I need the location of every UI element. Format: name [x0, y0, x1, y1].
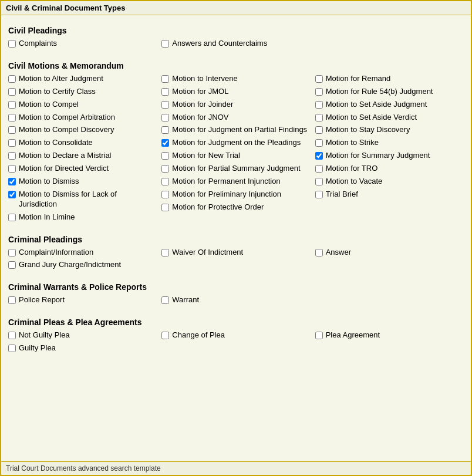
checkbox-motion-certify-class[interactable] — [8, 88, 16, 96]
label-motion-dismiss[interactable]: Motion to Dismiss — [19, 177, 79, 187]
checkbox-motion-consolidate[interactable] — [8, 139, 16, 147]
checkbox-answer-criminal[interactable] — [315, 249, 323, 256]
label-change-of-plea[interactable]: Change of Plea — [172, 330, 225, 340]
label-motion-declare-mistrial[interactable]: Motion to Declare a Mistrial — [19, 151, 112, 161]
label-motion-new-trial[interactable]: Motion for New Trial — [172, 151, 240, 161]
label-motion-compel[interactable]: Motion to Compel — [19, 100, 79, 110]
label-motion-set-aside-judgment[interactable]: Motion to Set Aside Judgment — [326, 100, 427, 110]
checkbox-motion-set-aside-judgment[interactable] — [315, 101, 323, 109]
checkbox-motion-dismiss-lack-jurisdiction[interactable] — [8, 191, 16, 198]
label-motion-vacate[interactable]: Motion to Vacate — [326, 177, 383, 187]
checkbox-motion-jnov[interactable] — [161, 114, 169, 121]
label-motion-jnov[interactable]: Motion for JNOV — [172, 113, 228, 123]
label-grand-jury-charge-indictment[interactable]: Grand Jury Charge/Indictment — [19, 260, 121, 270]
label-motion-alter-judgment[interactable]: Motion to Alter Judgment — [19, 74, 103, 84]
checkbox-motion-remand[interactable] — [315, 75, 323, 83]
label-motion-tro[interactable]: Motion for TRO — [326, 164, 378, 174]
label-waiver-of-indictment[interactable]: Waiver Of Indictment — [172, 248, 243, 258]
label-motion-certify-class[interactable]: Motion to Certify Class — [19, 87, 96, 97]
label-motion-summary-judgment[interactable]: Motion for Summary Judgment — [326, 151, 430, 161]
checkbox-motion-directed-verdict[interactable] — [8, 165, 16, 173]
checkbox-motion-jmol[interactable] — [161, 88, 169, 96]
checkbox-item-motion-intervene: Motion to Intervene — [161, 74, 310, 84]
label-motion-jmol[interactable]: Motion for JMOL — [172, 87, 228, 97]
checkbox-change-of-plea[interactable] — [161, 332, 169, 339]
col-criminal-warrants-1: Warrant — [161, 295, 315, 308]
checkbox-motion-strike[interactable] — [315, 139, 323, 147]
checkbox-motion-summary-judgment[interactable] — [315, 152, 323, 160]
label-complaint-information[interactable]: Complaint/Information — [19, 248, 93, 258]
label-motion-strike[interactable]: Motion to Strike — [326, 138, 379, 148]
label-motion-compel-arbitration[interactable]: Motion to Compel Arbitration — [19, 113, 115, 123]
section-criminal-pleadings: Criminal PleadingsComplaint/InformationG… — [8, 235, 464, 274]
checkbox-guilty-plea[interactable] — [8, 345, 16, 352]
checkbox-answers-counterclaims[interactable] — [161, 40, 169, 48]
checkbox-motion-dismiss[interactable] — [8, 178, 16, 185]
checkbox-motion-vacate[interactable] — [315, 178, 323, 185]
checkbox-grand-jury-charge-indictment[interactable] — [8, 261, 16, 269]
checkbox-plea-agreement[interactable] — [315, 332, 323, 339]
label-motion-preliminary-injunction[interactable]: Motion for Preliminary Injunction — [172, 190, 281, 200]
checkbox-police-report[interactable] — [8, 296, 16, 304]
checkbox-motion-permanent-injunction[interactable] — [161, 178, 169, 185]
checkbox-motion-judgment-partial-findings[interactable] — [161, 126, 169, 134]
checkbox-motion-protective-order[interactable] — [161, 204, 169, 211]
checkbox-waiver-of-indictment[interactable] — [161, 249, 169, 256]
checkbox-motion-alter-judgment[interactable] — [8, 75, 16, 83]
checkbox-warrant[interactable] — [161, 296, 169, 304]
checkbox-motion-partial-summary-judgment[interactable] — [161, 165, 169, 173]
col-criminal-pleadings-1: Waiver Of Indictment — [161, 248, 315, 274]
label-motion-compel-discovery[interactable]: Motion to Compel Discovery — [19, 125, 114, 135]
checkbox-complaints[interactable] — [8, 40, 16, 48]
checkbox-motion-new-trial[interactable] — [161, 152, 169, 160]
checkbox-motion-rule-54b-judgment[interactable] — [315, 88, 323, 96]
label-motion-permanent-injunction[interactable]: Motion for Permanent Injunction — [172, 177, 280, 187]
label-complaints[interactable]: Complaints — [19, 39, 57, 49]
label-motion-consolidate[interactable]: Motion to Consolidate — [19, 138, 93, 148]
label-motion-in-limine[interactable]: Motion In Limine — [19, 212, 75, 222]
checkbox-not-guilty-plea[interactable] — [8, 332, 16, 339]
checkbox-motion-set-aside-verdict[interactable] — [315, 114, 323, 121]
checkbox-motion-compel-discovery[interactable] — [8, 126, 16, 134]
col-criminal-pleas-2: Plea Agreement — [315, 330, 464, 356]
label-guilty-plea[interactable]: Guilty Plea — [19, 343, 56, 353]
checkbox-trial-brief[interactable] — [315, 191, 323, 198]
label-trial-brief[interactable]: Trial Brief — [326, 190, 358, 200]
label-motion-protective-order[interactable]: Motion for Protective Order — [172, 202, 264, 212]
label-answers-counterclaims[interactable]: Answers and Counterclaims — [172, 39, 267, 49]
label-police-report[interactable]: Police Report — [19, 295, 65, 305]
checkbox-motion-compel[interactable] — [8, 101, 16, 109]
label-motion-partial-summary-judgment[interactable]: Motion for Partial Summary Judgment — [172, 164, 300, 174]
label-motion-judgment-partial-findings[interactable]: Motion for Judgment on Partial Findings — [172, 125, 307, 135]
checkbox-item-motion-declare-mistrial: Motion to Declare a Mistrial — [8, 151, 157, 161]
checkbox-motion-compel-arbitration[interactable] — [8, 114, 16, 121]
label-motion-set-aside-verdict[interactable]: Motion to Set Aside Verdict — [326, 113, 417, 123]
label-motion-intervene[interactable]: Motion to Intervene — [172, 74, 237, 84]
checkbox-item-guilty-plea: Guilty Plea — [8, 343, 157, 353]
checkbox-motion-judgment-pleadings[interactable] — [161, 139, 169, 147]
label-motion-remand[interactable]: Motion for Remand — [326, 74, 391, 84]
checkbox-motion-declare-mistrial[interactable] — [8, 152, 16, 160]
label-not-guilty-plea[interactable]: Not Guilty Plea — [19, 330, 70, 340]
columns-civil-pleadings: ComplaintsAnswers and Counterclaims — [8, 39, 464, 52]
label-warrant[interactable]: Warrant — [172, 295, 199, 305]
checkbox-motion-stay-discovery[interactable] — [315, 126, 323, 134]
label-plea-agreement[interactable]: Plea Agreement — [326, 330, 380, 340]
checkbox-motion-joinder[interactable] — [161, 101, 169, 109]
checkbox-motion-tro[interactable] — [315, 165, 323, 173]
checkbox-motion-preliminary-injunction[interactable] — [161, 191, 169, 198]
label-motion-rule-54b-judgment[interactable]: Motion for Rule 54(b) Judgment — [326, 87, 433, 97]
checkbox-item-motion-set-aside-verdict: Motion to Set Aside Verdict — [315, 113, 464, 123]
section-title-civil-motions: Civil Motions & Memorandum — [8, 61, 464, 70]
label-motion-joinder[interactable]: Motion for Joinder — [172, 100, 233, 110]
checkbox-item-complaints: Complaints — [8, 39, 157, 49]
checkbox-motion-intervene[interactable] — [161, 75, 169, 83]
label-motion-stay-discovery[interactable]: Motion to Stay Discovery — [326, 125, 410, 135]
checkbox-complaint-information[interactable] — [8, 249, 16, 256]
label-motion-dismiss-lack-jurisdiction[interactable]: Motion to Dismiss for Lack of Jurisdicti… — [19, 190, 157, 210]
main-content: Civil PleadingsComplaintsAnswers and Cou… — [1, 15, 471, 461]
label-motion-judgment-pleadings[interactable]: Motion for Judgment on the Pleadings — [172, 138, 301, 148]
checkbox-motion-in-limine[interactable] — [8, 214, 16, 221]
label-answer-criminal[interactable]: Answer — [326, 248, 351, 258]
label-motion-directed-verdict[interactable]: Motion for Directed Verdict — [19, 164, 109, 174]
